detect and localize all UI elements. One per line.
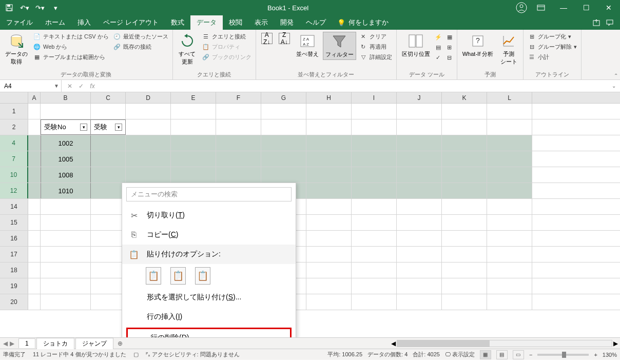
cell[interactable] [41,215,91,230]
cell[interactable] [397,262,442,278]
zoom-out-button[interactable]: − [529,352,532,358]
maximize-button[interactable]: ☐ [575,0,597,15]
cell[interactable] [352,135,397,151]
cm-cut[interactable]: ✂ 切り取り(T) [122,206,296,225]
cell[interactable] [91,262,126,278]
from-table-button[interactable]: ▦テーブルまたは範囲から [32,52,110,62]
normal-view-button[interactable]: ▦ [480,350,491,359]
cm-paste-special[interactable]: 形式を選択して貼り付け(S)... [122,288,296,307]
cell[interactable] [442,104,487,119]
enter-formula-button[interactable]: ✓ [76,83,86,90]
cell[interactable] [91,231,126,246]
cell[interactable] [261,104,306,119]
cell[interactable] [41,231,91,246]
cell[interactable] [442,247,487,262]
cell[interactable] [442,278,487,294]
cell[interactable] [91,215,126,230]
hscroll-right[interactable]: ▶ [613,340,618,347]
cell[interactable] [91,294,126,310]
minimize-button[interactable]: — [552,0,575,15]
cell[interactable] [171,135,216,151]
cell[interactable] [41,262,91,278]
cell[interactable] [91,167,126,183]
tab-help[interactable]: ヘルプ [300,15,332,30]
col-header-L[interactable]: L [487,92,532,103]
cell[interactable] [487,199,532,214]
cell[interactable] [306,262,352,278]
remove-duplicates-button[interactable]: ▤ [434,43,442,51]
undo-button[interactable]: ↶▾ [17,1,32,15]
cell[interactable] [306,135,352,151]
cell[interactable] [216,151,261,167]
cell[interactable] [216,135,261,151]
display-settings-button[interactable]: 🖵 表示設定 [445,351,475,358]
ungroup-button[interactable]: ⊟グループ解除 ▾ [527,42,578,51]
cell[interactable] [91,151,126,167]
col-header-J[interactable]: J [397,92,442,103]
tab-page-layout[interactable]: ページ レイアウト [97,15,165,30]
cell[interactable] [442,167,487,183]
cell[interactable] [442,135,487,151]
cell[interactable] [28,167,41,183]
cell[interactable] [91,135,126,151]
col-header-I[interactable]: I [352,92,397,103]
col-header-D[interactable]: D [126,92,171,103]
sort-button[interactable]: Z AA Z 並べ替え [294,32,321,59]
cell[interactable] [171,167,216,183]
cell[interactable] [352,262,397,278]
expand-formula-button[interactable]: ⌄ [612,83,620,89]
cell[interactable] [487,231,532,246]
cell[interactable] [28,151,41,167]
cell[interactable] [41,104,91,119]
cell[interactable] [487,151,532,167]
ribbon-display-button[interactable] [530,0,552,15]
tab-data[interactable]: データ [190,15,223,30]
cell[interactable] [171,104,216,119]
cell[interactable] [28,278,41,294]
sheet-nav-next[interactable]: ▶ [10,340,14,347]
filter-button[interactable]: フィルター [323,32,356,60]
cell[interactable] [126,135,171,151]
cell[interactable] [28,215,41,230]
cell[interactable] [487,104,532,119]
row-header[interactable]: 4 [0,135,28,151]
cell[interactable] [126,167,171,183]
cell[interactable] [397,199,442,214]
cell[interactable] [487,167,532,183]
cell[interactable]: 1002 [41,135,91,151]
cell[interactable] [352,119,397,135]
cell[interactable] [126,151,171,167]
cell[interactable] [41,294,91,310]
cell[interactable] [91,278,126,294]
col-header-C[interactable]: C [91,92,126,103]
cell[interactable] [216,167,261,183]
cell[interactable] [261,135,306,151]
cancel-formula-button[interactable]: ✕ [65,83,75,90]
zoom-level[interactable]: 130% [603,352,617,358]
cell[interactable] [397,278,442,294]
cell[interactable] [352,151,397,167]
tab-home[interactable]: ホーム [39,15,71,30]
page-break-view-button[interactable]: ▭ [513,350,524,359]
cell[interactable] [397,167,442,183]
cell[interactable] [306,231,352,246]
data-model-button[interactable]: ⊟ [445,53,454,62]
user-avatar[interactable] [513,0,530,16]
cm-insert-row[interactable]: 行の挿入(I) [122,307,296,327]
cell[interactable] [352,215,397,230]
cell[interactable] [442,199,487,214]
cell[interactable] [28,135,41,151]
cell[interactable]: 1010 [41,183,91,198]
add-sheet-button[interactable]: ⊕ [113,340,127,347]
cell[interactable] [28,262,41,278]
cell[interactable] [261,167,306,183]
select-all-corner[interactable] [0,92,28,103]
tab-file[interactable]: ファイル [0,15,39,30]
cell[interactable] [306,151,352,167]
share-button[interactable] [592,18,600,27]
from-csv-button[interactable]: 📄テキストまたは CSV から [32,32,110,41]
qat-customize[interactable]: ▾ [48,1,63,15]
fx-button[interactable]: fx [87,83,98,90]
row-header[interactable]: 12 [0,183,28,198]
cell[interactable]: 受験No▾ [41,119,91,135]
